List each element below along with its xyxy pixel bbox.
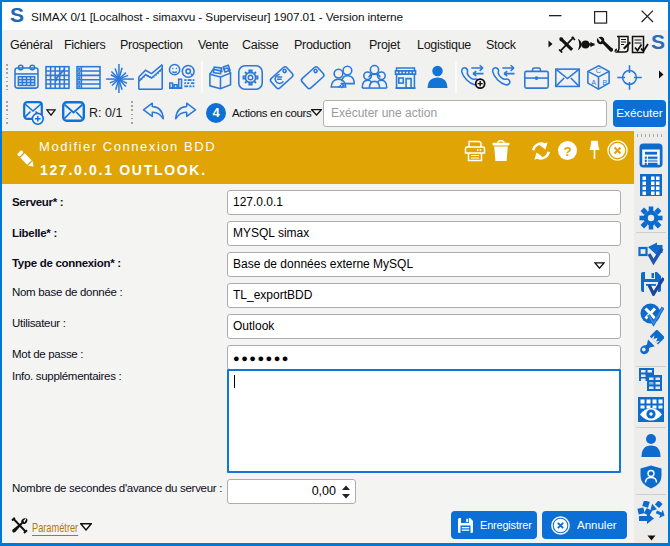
svg-text:B: B	[602, 77, 607, 86]
svg-text:C: C	[595, 66, 600, 75]
svg-text:A: A	[591, 77, 596, 86]
svg-text:?: ?	[563, 144, 571, 159]
